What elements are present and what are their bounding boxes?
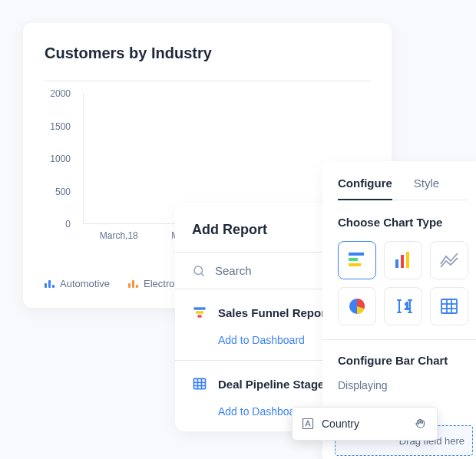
chart-type-line[interactable]: [430, 241, 468, 279]
x-tick: March,18: [88, 230, 150, 241]
chart-type-pie[interactable]: [338, 287, 376, 325]
y-tick: 1500: [50, 121, 71, 132]
chart-type-horizontal-bar[interactable]: [338, 241, 376, 279]
pill-label: Country: [322, 418, 406, 430]
legend-swatch-icon: [128, 280, 139, 288]
table-icon: [192, 376, 207, 391]
grab-icon: [414, 417, 428, 431]
chart-title: Customers by Industry: [45, 45, 370, 62]
svg-rect-11: [349, 258, 358, 261]
chart-type-table[interactable]: [430, 287, 468, 325]
report-title: Sales Funnel Report: [218, 306, 329, 319]
y-tick: 1000: [50, 154, 71, 164]
horizontal-bar-icon: [347, 250, 367, 270]
pie-chart-icon: [347, 296, 367, 316]
legend-label: Automotive: [60, 278, 110, 289]
field-pill-country[interactable]: Country: [292, 407, 438, 441]
config-tabs: Configure Style: [338, 177, 468, 200]
svg-rect-4: [198, 315, 202, 317]
svg-rect-18: [441, 299, 457, 313]
svg-rect-5: [194, 378, 206, 388]
svg-text:1: 1: [405, 301, 410, 312]
svg-rect-14: [401, 255, 404, 268]
report-title: Deal Pipeline Stages: [218, 378, 331, 391]
svg-line-1: [201, 273, 203, 276]
chart-type-metric[interactable]: 1: [384, 287, 422, 325]
line-chart-icon: [439, 250, 459, 270]
svg-rect-12: [349, 263, 361, 266]
search-icon: [192, 264, 206, 278]
svg-point-0: [194, 266, 203, 275]
y-tick: 500: [55, 187, 71, 197]
legend-swatch-icon: [45, 280, 55, 288]
tab-style[interactable]: Style: [414, 177, 439, 200]
chart-type-column[interactable]: [384, 241, 422, 279]
y-axis: 2000 1500 1000 500 0: [45, 94, 77, 224]
chart-type-grid: 1: [338, 241, 468, 325]
y-tick: 0: [65, 219, 71, 230]
text-field-icon: [302, 418, 314, 430]
svg-rect-10: [349, 253, 364, 256]
metric-icon: 1: [393, 296, 413, 316]
svg-rect-15: [406, 252, 409, 268]
choose-chart-type-heading: Choose Chart Type: [338, 216, 468, 229]
column-chart-icon: [393, 250, 413, 270]
funnel-icon: [192, 305, 207, 320]
divider: [322, 339, 476, 340]
svg-rect-13: [395, 259, 398, 268]
tab-configure[interactable]: Configure: [338, 177, 392, 200]
legend-item-automotive: Automotive: [45, 278, 110, 289]
svg-rect-2: [194, 307, 206, 309]
svg-rect-3: [196, 311, 203, 313]
divider: [45, 81, 370, 81]
configure-bar-chart-heading: Configure Bar Chart: [338, 354, 468, 367]
y-tick: 2000: [50, 88, 71, 99]
table-chart-icon: [439, 296, 459, 316]
displaying-label: Displaying: [338, 379, 468, 391]
